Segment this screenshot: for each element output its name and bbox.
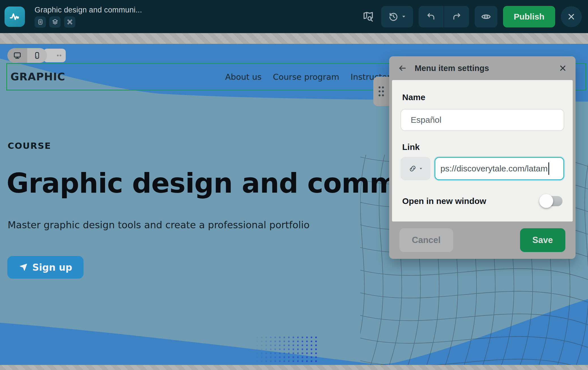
sign-up-button[interactable]: Sign up xyxy=(7,256,84,279)
undo-button[interactable] xyxy=(419,6,444,27)
paper-plane-icon xyxy=(19,263,28,272)
text-cursor xyxy=(548,162,549,175)
open-in-new-window-label: Open in new window xyxy=(402,196,486,206)
editor-toolbar: Graphic design and communi... xyxy=(0,0,588,33)
mobile-view-button[interactable] xyxy=(27,48,47,63)
workspace-stripe-bottom xyxy=(0,365,588,370)
modal-header: Menu item settings xyxy=(389,56,576,80)
design-tools-button[interactable] xyxy=(64,16,75,28)
link-label: Link xyxy=(402,142,563,152)
desktop-icon xyxy=(13,51,22,60)
redo-button[interactable] xyxy=(444,6,469,27)
modal-content: Name Link ps://discoverytale.com/latam xyxy=(392,80,573,221)
eye-preview-icon xyxy=(481,11,491,22)
hero-eyebrow[interactable]: COURSE xyxy=(8,141,51,151)
link-input[interactable]: ps://discoverytale.com/latam xyxy=(434,157,564,180)
hero-subheading[interactable]: Master graphic design tools and create a… xyxy=(8,219,310,231)
cancel-button[interactable]: Cancel xyxy=(399,228,453,252)
dot-grid-decoration xyxy=(256,337,322,365)
map-search-icon xyxy=(362,10,374,23)
drag-handle-icon xyxy=(378,85,385,97)
app-logo-button[interactable] xyxy=(5,7,25,27)
modal-footer: Cancel Save xyxy=(389,221,576,259)
site-logo-text[interactable]: GRAPHIC xyxy=(10,71,65,83)
sign-up-label: Sign up xyxy=(32,262,72,273)
undo-icon xyxy=(426,12,436,22)
redo-icon xyxy=(451,12,462,22)
name-label: Name xyxy=(402,92,563,102)
close-editor-button[interactable] xyxy=(561,6,582,27)
history-button[interactable] xyxy=(381,6,413,27)
more-dots-icon xyxy=(56,53,62,58)
form-icon xyxy=(37,18,44,25)
back-button[interactable] xyxy=(398,63,407,73)
preview-button[interactable] xyxy=(475,6,497,27)
pulse-icon xyxy=(8,10,21,23)
menu-item-settings-modal: Menu item settings Name Link xyxy=(389,56,576,259)
undo-redo-group xyxy=(419,6,469,27)
site-map-search-button[interactable] xyxy=(361,6,376,27)
save-button[interactable]: Save xyxy=(520,228,565,252)
design-tools-icon xyxy=(66,18,73,25)
caret-down-icon xyxy=(419,167,423,171)
name-input[interactable] xyxy=(400,109,564,131)
history-icon xyxy=(388,11,399,22)
document-title: Graphic design and communi... xyxy=(35,6,142,14)
open-in-new-window-toggle[interactable] xyxy=(540,196,563,206)
layers-button[interactable] xyxy=(49,16,61,28)
layers-icon xyxy=(52,18,59,25)
publish-button[interactable]: Publish xyxy=(503,6,555,27)
mobile-icon xyxy=(33,51,41,59)
back-arrow-icon xyxy=(398,63,407,73)
modal-close-button[interactable] xyxy=(559,64,566,72)
nav-item-about-us[interactable]: About us xyxy=(225,72,261,82)
link-type-dropdown[interactable] xyxy=(400,157,431,180)
nav-item-course-program[interactable]: Course program xyxy=(273,72,339,82)
page-form-button[interactable] xyxy=(35,16,46,28)
link-chain-icon xyxy=(408,164,417,173)
modal-title: Menu item settings xyxy=(415,64,489,73)
workspace-stripe-top xyxy=(0,33,588,44)
close-icon xyxy=(559,64,566,72)
site-nav: About us Course program Instructors xyxy=(225,72,395,82)
caret-down-icon xyxy=(401,14,406,19)
close-icon xyxy=(567,13,575,21)
link-input-value: ps://discoverytale.com/latam xyxy=(440,164,547,173)
desktop-view-button[interactable] xyxy=(7,48,27,63)
toggle-knob xyxy=(539,194,553,208)
